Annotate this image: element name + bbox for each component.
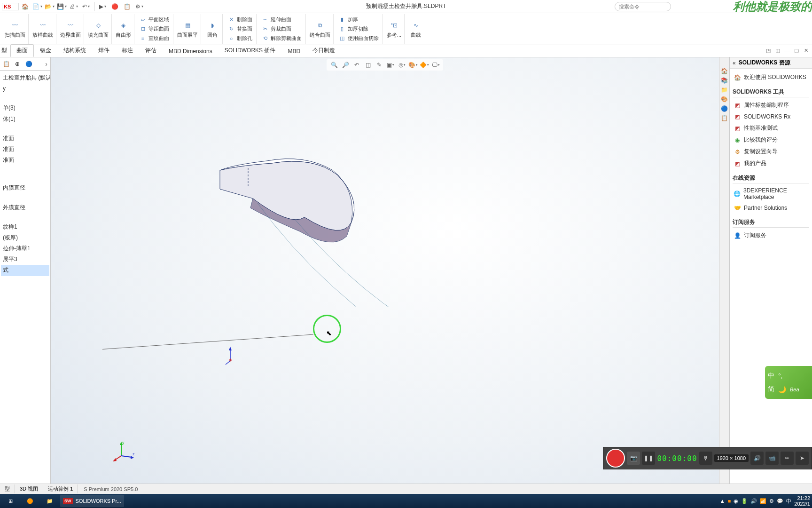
tray-icon[interactable]: ▲ <box>720 498 725 504</box>
tree-feature[interactable]: 外膜直径 <box>1 202 49 213</box>
bottom-tab-3dview[interactable]: 3D 视图 <box>15 484 43 493</box>
flatten-surface-button[interactable]: ▦ 曲面展平 <box>174 14 201 44</box>
zoom-fit-icon[interactable]: 🔍 <box>329 60 339 70</box>
graphics-viewport[interactable]: 🔍 🔎 ↶ ◫ ✎ ▣ ◎ 🎨 🔶 🖵 ✶ ⬉ <box>51 57 719 484</box>
minimize-icon[interactable]: — <box>783 46 791 55</box>
undo-button[interactable]: ↶ <box>80 1 92 12</box>
tab-evaluate[interactable]: 评估 <box>139 44 163 57</box>
taskbar-explorer-icon[interactable]: 📁 <box>40 495 59 507</box>
compare-score-link[interactable]: ◉比较我的评分 <box>733 134 809 146</box>
draw-button[interactable]: ✏ <box>781 452 794 465</box>
cursor-button[interactable]: ➤ <box>796 452 809 465</box>
taskbar-solidworks-button[interactable]: SW SOLIDWORKS Pr... <box>60 495 124 507</box>
subscribe-link[interactable]: 👤订阅服务 <box>733 230 809 241</box>
tab-today-make[interactable]: 今日制造 <box>306 44 341 57</box>
untrim-surface-button[interactable]: ⟲解除剪裁曲面 <box>261 34 302 43</box>
hide-show-icon[interactable]: ◎ <box>397 60 406 70</box>
surface-cut-button[interactable]: ◫使用曲面切除 <box>338 34 379 43</box>
extend-surface-button[interactable]: →延伸曲面 <box>261 15 291 24</box>
taskpane-home-icon[interactable]: 🏠 <box>720 67 729 75</box>
tab-mbd-dimensions[interactable]: MBD Dimensions <box>163 46 219 57</box>
ruled-surface-button[interactable]: ≡直纹曲面 <box>139 34 169 43</box>
expand-tree-icon[interactable]: › <box>43 60 49 68</box>
taskpane-appearances-icon[interactable]: 🔵 <box>720 104 729 113</box>
tray-icon[interactable]: 📶 <box>760 498 766 504</box>
curves-button[interactable]: ∿ 曲线 <box>406 14 426 44</box>
view-settings-icon[interactable]: 🖵 <box>431 60 440 70</box>
display-style-icon[interactable]: ▣ <box>386 60 395 70</box>
fill-surface-button[interactable]: ◇ 填充曲面 <box>85 14 112 44</box>
print-button[interactable]: 🖨 <box>68 1 79 12</box>
tray-ime-icon[interactable]: 中 <box>786 498 791 505</box>
section-view-icon[interactable]: ◫ <box>363 60 373 70</box>
tree-root[interactable]: 土检查井胎具 (默认< <box>1 72 49 83</box>
taskpane-custom-props-icon[interactable]: 📋 <box>720 114 729 122</box>
planar-surface-button[interactable]: ▱平面区域 <box>139 15 169 24</box>
thicken-cut-button[interactable]: ▯加厚切除 <box>338 24 368 33</box>
select-button[interactable]: ▶ <box>97 1 108 12</box>
settings-button[interactable]: ⚙ <box>133 1 145 12</box>
tab-sheetmetal[interactable]: 钣金 <box>34 44 57 57</box>
taskpane-file-explorer-icon[interactable]: 📁 <box>720 86 729 94</box>
tree-feature[interactable]: 内膜直径 <box>1 183 49 193</box>
maximize-icon[interactable]: ▢ <box>792 46 801 55</box>
property-tab-builder-link[interactable]: ◩属性标签编制程序 <box>733 99 809 111</box>
appearance-icon[interactable]: 🎨 <box>408 60 418 70</box>
tree-plane[interactable]: 准面 <box>1 155 49 166</box>
record-button[interactable] <box>606 449 625 468</box>
popout-icon[interactable]: ◳ <box>764 46 773 55</box>
previous-view-icon[interactable]: ↶ <box>352 60 361 70</box>
tree-plane[interactable]: 准面 <box>1 133 49 144</box>
fillet-button[interactable]: ◗ 圆角 <box>202 14 223 44</box>
bottom-tab-motion[interactable]: 运动算例 1 <box>43 484 78 493</box>
tab-plugins[interactable]: SOLIDWORKS 插件 <box>219 44 282 57</box>
pause-button[interactable]: ❚❚ <box>642 452 655 465</box>
tab-mbd[interactable]: MBD <box>281 46 306 57</box>
solidworks-rx-link[interactable]: ◩SOLIDWORKS Rx <box>733 111 809 122</box>
replace-face-button[interactable]: ↻替换面 <box>227 24 252 33</box>
ime-float-widget[interactable]: 中°, 简🌙Bea <box>765 366 812 399</box>
tree-item[interactable]: 体(1) <box>1 114 49 125</box>
taskbar-app1-icon[interactable]: 🟠 <box>21 495 39 507</box>
feature-tree-tab-icon[interactable]: 📋 <box>1 59 11 69</box>
tree-plane[interactable]: 准面 <box>1 144 49 155</box>
scene-icon[interactable]: 🔶 <box>420 60 429 70</box>
tray-icon[interactable]: 🔊 <box>750 498 757 504</box>
tray-icon[interactable]: ■ <box>728 498 731 504</box>
tree-feature[interactable]: 纹样1 <box>1 222 49 232</box>
webcam-button[interactable]: 📹 <box>765 452 779 465</box>
tree-feature[interactable]: 展平3 <box>1 254 49 265</box>
tree-feature[interactable]: (板厚) <box>1 232 49 243</box>
loft-surface-button[interactable]: 〰 放样曲线 <box>30 14 56 44</box>
home-icon[interactable]: 🏠 <box>19 1 31 12</box>
boundary-surface-button[interactable]: 〰 边界曲面 <box>57 14 84 44</box>
marketplace-link[interactable]: 🌐3DEXPERIENCE Marketplace <box>733 185 809 202</box>
tree-item[interactable]: 单(3) <box>1 103 49 113</box>
offset-surface-button[interactable]: ⊡等距曲面 <box>139 24 169 33</box>
freeform-button[interactable]: ◈ 自由形 <box>113 14 134 44</box>
save-button[interactable]: 💾 <box>56 1 67 12</box>
thicken-button[interactable]: ▮加厚 <box>338 15 358 24</box>
config-manager-tab-icon[interactable]: 🔵 <box>23 59 34 69</box>
tray-icon[interactable]: ⚙ <box>769 498 774 504</box>
tray-icon[interactable]: 💬 <box>777 498 783 504</box>
tree-display-state[interactable]: 式 <box>1 265 49 276</box>
taskpane-design-lib-icon[interactable]: 📚 <box>720 76 729 85</box>
audio-button[interactable]: 🔊 <box>750 452 764 465</box>
reference-geometry-button[interactable]: °⊡ 参考... <box>384 14 405 44</box>
trim-surface-button[interactable]: ✂剪裁曲面 <box>261 24 291 33</box>
tree-history[interactable]: y <box>1 83 49 94</box>
collapse-panel-icon[interactable]: « <box>733 60 736 66</box>
copy-settings-link[interactable]: ⚙复制设置向导 <box>733 146 809 158</box>
taskpane-view-palette-icon[interactable]: 🎨 <box>720 95 729 103</box>
tree-feature[interactable]: 拉伸-薄壁1 <box>1 243 49 254</box>
property-manager-tab-icon[interactable]: ⊕ <box>12 59 23 69</box>
dynamic-annotation-icon[interactable]: ✎ <box>375 60 384 70</box>
mic-button[interactable]: 🎙 <box>699 452 712 465</box>
tray-icon[interactable]: ◉ <box>734 498 738 504</box>
new-file-button[interactable]: 📄 <box>31 1 43 12</box>
knit-surface-button[interactable]: ⧉ 缝合曲面 <box>307 14 334 44</box>
welcome-link[interactable]: 🏠欢迎使用 SOLIDWORKS <box>733 71 809 83</box>
my-products-link[interactable]: ◩我的产品 <box>733 158 809 169</box>
arrange-icon[interactable]: ◫ <box>773 46 782 55</box>
